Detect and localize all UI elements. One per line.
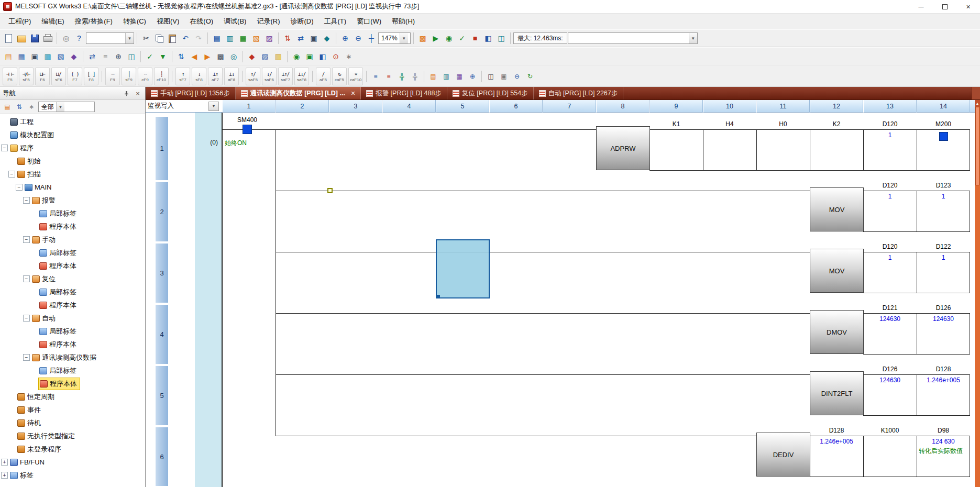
menu-tools[interactable]: 工具(T) bbox=[319, 14, 352, 29]
operand[interactable]: D122 bbox=[917, 243, 970, 251]
sort-order-icon[interactable]: ⇅ bbox=[14, 102, 25, 112]
new-project-icon[interactable] bbox=[2, 32, 15, 45]
edit-comment-icon[interactable]: ▤ bbox=[427, 70, 439, 83]
open-branch-button[interactable]: ⊔⊢F6 bbox=[35, 68, 50, 85]
sidebar-item-main[interactable]: MAIN bbox=[0, 181, 145, 194]
falling-pulse-close-branch-button[interactable]: ⊥↓/saF8 bbox=[294, 68, 309, 85]
copy-icon[interactable] bbox=[153, 32, 166, 45]
settings-gear-icon[interactable]: ∗ bbox=[26, 102, 37, 112]
sidebar-item-manual[interactable]: 手动 bbox=[0, 233, 145, 246]
fb-library-icon[interactable]: ◆ bbox=[68, 50, 80, 63]
expander-icon[interactable] bbox=[8, 171, 15, 178]
sidebar-item-scan[interactable]: 扫描 bbox=[0, 168, 145, 181]
program-list-combo[interactable]: ▼ bbox=[568, 32, 698, 44]
tab-overflow-button[interactable] bbox=[972, 87, 980, 99]
find-replace-icon[interactable]: ⊕ bbox=[112, 50, 125, 63]
zoom-fit-icon[interactable]: ┼ bbox=[365, 32, 378, 45]
insert-rung-icon[interactable]: ╬ bbox=[395, 70, 408, 83]
expander-icon[interactable] bbox=[1, 472, 8, 479]
write-to-plc-icon[interactable]: ⇅ bbox=[281, 32, 294, 45]
tree-filter-combo[interactable]: 全部▼ bbox=[38, 102, 95, 112]
instruction-adprw[interactable]: ADPRW bbox=[596, 126, 650, 170]
falling-pulse-branch-button[interactable]: ⊥↓aF8 bbox=[224, 68, 239, 85]
sidebar-item-program-body[interactable]: 程序本体 bbox=[0, 298, 145, 312]
menu-help[interactable]: 帮助(H) bbox=[387, 14, 420, 29]
cpu-read-icon[interactable]: ◀ bbox=[188, 50, 201, 63]
coil-button[interactable]: ( )F7 bbox=[68, 68, 82, 85]
monitor-write-start-icon[interactable]: ✓ bbox=[456, 32, 468, 45]
menu-convert[interactable]: 转换(C) bbox=[118, 14, 151, 29]
falling-pulse-button[interactable]: ↓sF8 bbox=[192, 68, 206, 85]
remote-icon[interactable]: ◎ bbox=[227, 50, 240, 63]
sidebar-item-program-body-selected[interactable]: 程序本体 bbox=[0, 377, 145, 390]
chevron-down-icon[interactable]: ▼ bbox=[689, 33, 697, 43]
cpu-verify-icon[interactable]: ▩ bbox=[214, 50, 227, 63]
edit-statement-icon[interactable]: ▥ bbox=[440, 70, 453, 83]
menu-project[interactable]: 工程(P) bbox=[3, 14, 36, 29]
coil-on-indicator[interactable] bbox=[939, 132, 948, 141]
expander-icon[interactable] bbox=[23, 275, 30, 282]
zoom-out-icon[interactable]: ⊖ bbox=[352, 32, 365, 45]
statement-display-icon[interactable]: ▥ bbox=[224, 32, 236, 45]
falling-pulse-close-button[interactable]: ↓/saF6 bbox=[262, 68, 277, 85]
close-branch-button[interactable]: ⊔/sF6 bbox=[51, 68, 66, 85]
sidebar-item-alarm[interactable]: 报警 bbox=[0, 194, 145, 207]
convert-icon[interactable]: ✓ bbox=[144, 50, 156, 63]
open-contact-button[interactable]: ⊣ ⊢F5 bbox=[3, 68, 17, 85]
verify-with-plc-icon[interactable]: ▣ bbox=[307, 32, 320, 45]
menu-diagnostics[interactable]: 诊断(D) bbox=[285, 14, 318, 29]
help-icon[interactable]: ? bbox=[73, 32, 85, 45]
application-instruction-button[interactable]: [ ]F8 bbox=[84, 68, 98, 85]
event-history-icon[interactable]: ▥ bbox=[272, 50, 284, 63]
redo-icon[interactable]: ↷ bbox=[192, 32, 205, 45]
operand[interactable]: D120 bbox=[863, 243, 917, 251]
monitor-mode-icon[interactable]: ◉ bbox=[290, 50, 303, 63]
monitor-start-icon[interactable]: ◉ bbox=[443, 32, 455, 45]
operand[interactable]: D126 bbox=[863, 366, 917, 373]
module-configuration-icon[interactable]: ▦ bbox=[15, 50, 28, 63]
rising-pulse-branch-button[interactable]: ⊥↑aF7 bbox=[208, 68, 223, 85]
selection-handle[interactable] bbox=[436, 295, 440, 298]
sidebar-item-local-label[interactable]: 局部标签 bbox=[0, 364, 145, 377]
cross-reference-icon[interactable]: ⇄ bbox=[86, 50, 98, 63]
simulation-start-icon[interactable]: ▶ bbox=[430, 32, 442, 45]
sidebar-item-project[interactable]: 工程 bbox=[0, 115, 145, 128]
project-combo[interactable]: ▼ bbox=[86, 32, 134, 44]
sidebar-item-auto[interactable]: 自动 bbox=[0, 312, 145, 325]
scroll-up-icon[interactable]: ▲ bbox=[975, 100, 980, 107]
rising-pulse-button[interactable]: ↑sF7 bbox=[175, 68, 190, 85]
device-find-icon[interactable]: ⊕ bbox=[466, 70, 479, 83]
row-number[interactable]: 5 bbox=[155, 366, 169, 426]
instruction-dediv[interactable]: DEDIV bbox=[756, 433, 810, 477]
row-number[interactable]: 3 bbox=[155, 243, 169, 303]
operand[interactable]: D128 bbox=[917, 366, 970, 373]
operand[interactable]: M200 bbox=[917, 120, 970, 128]
global-label-icon[interactable]: ▥ bbox=[41, 50, 54, 63]
tab-manual[interactable]: 手动 [PRG] [LD] 1356步 bbox=[146, 87, 236, 99]
undo-icon[interactable]: ↶ bbox=[179, 32, 192, 45]
operand[interactable]: D123 bbox=[917, 182, 970, 190]
ladder-editor[interactable]: 监视写入 ▼ 1 2 3 4 5 6 7 8 9 10 11 12 13 14 … bbox=[146, 100, 980, 487]
delete-line-icon[interactable]: ≡ bbox=[382, 70, 395, 83]
zoom-combo[interactable]: 147%▼ bbox=[378, 32, 411, 44]
register-to-watch-icon[interactable]: ◫ bbox=[485, 70, 497, 83]
open-project-icon[interactable] bbox=[15, 32, 28, 45]
zoom-in-icon[interactable]: ⊕ bbox=[339, 32, 351, 45]
operand[interactable]: K1 bbox=[649, 120, 703, 128]
tab-reset[interactable]: 复位 [PRG] [LD] 554步 bbox=[447, 87, 534, 99]
save-project-icon[interactable] bbox=[28, 32, 41, 45]
sidebar-item-reset[interactable]: 复位 bbox=[0, 272, 145, 285]
forced-on-off-icon[interactable]: ⊙ bbox=[329, 50, 342, 63]
instruction-mov[interactable]: MOV bbox=[810, 249, 864, 293]
expander-icon[interactable] bbox=[23, 236, 30, 243]
contact-device-label[interactable]: SM400 bbox=[222, 116, 272, 124]
sidebar-item-label[interactable]: 标签 bbox=[0, 469, 145, 482]
rising-pulse-close-button[interactable]: ↑/saF5 bbox=[246, 68, 260, 85]
program-navigation-icon[interactable]: ▤ bbox=[2, 50, 15, 63]
monitor-write-mode-icon[interactable]: ▣ bbox=[303, 50, 316, 63]
sidebar-item-fixed-cycle[interactable]: 恒定周期 bbox=[0, 390, 145, 403]
expander-icon[interactable] bbox=[1, 145, 8, 151]
device-list-icon[interactable]: ≡ bbox=[99, 50, 112, 63]
online-data-operation-icon[interactable]: ⇅ bbox=[175, 50, 188, 63]
paste-icon[interactable] bbox=[166, 32, 179, 45]
